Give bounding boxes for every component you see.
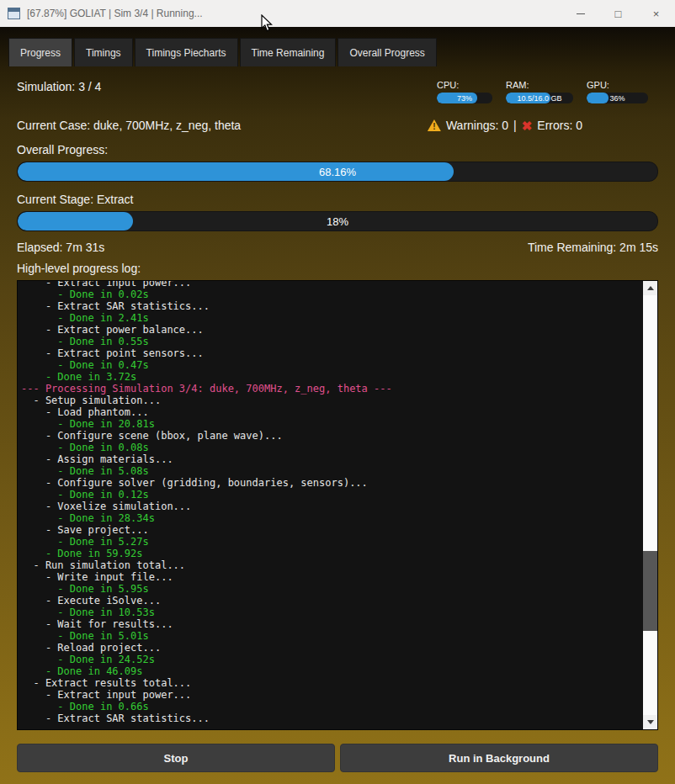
log-line: - Done in 5.01s	[21, 630, 643, 642]
tab-progress[interactable]: Progress	[8, 38, 72, 66]
warning-icon	[428, 119, 441, 131]
log-line: - Run simulation total...	[21, 559, 643, 571]
log-line: - Execute iSolve...	[21, 595, 643, 607]
action-buttons: Stop Run in Background	[17, 744, 658, 772]
stage-progress-bar: 18%	[17, 211, 658, 231]
stop-button[interactable]: Stop	[17, 744, 335, 772]
tab-overall-progress[interactable]: Overall Progress	[338, 38, 436, 66]
log-line: - Extract input power...	[21, 689, 643, 701]
log-line: - Done in 28.34s	[21, 512, 643, 524]
log-line: - Done in 0.55s	[21, 336, 643, 347]
tab-time-remaining[interactable]: Time Remaining	[240, 38, 337, 66]
maximize-icon: □	[615, 8, 622, 19]
status-row: Simulation: 3 / 4 CPU: 73% RAM: 10.5/	[17, 80, 658, 103]
ram-value: 10.5/16.0 GB	[506, 93, 573, 103]
error-icon: ✖	[522, 119, 533, 132]
gpu-value: 36%	[587, 93, 648, 103]
current-case: Current Case: duke, 700MHz, z_neg, theta	[17, 119, 241, 132]
window-title: [67.87%] GOLIAT | Sim 3/4 | Running...	[27, 8, 203, 19]
minimize-button[interactable]	[561, 0, 599, 27]
scroll-down-button[interactable]	[643, 715, 657, 729]
log-line: - Extract input power...	[21, 281, 643, 289]
ram-label: RAM:	[506, 80, 573, 90]
log-line: - Done in 0.02s	[21, 289, 643, 300]
maximize-button[interactable]: □	[599, 0, 637, 27]
log-line: - Done in 0.47s	[21, 359, 643, 371]
log-label: High-level progress log:	[17, 262, 658, 275]
cpu-bar: 73%	[437, 93, 492, 103]
minimize-icon	[577, 13, 585, 14]
log-line: - Extract SAR statistics...	[21, 712, 643, 724]
tab-timings-piecharts[interactable]: Timings Piecharts	[135, 38, 238, 66]
scroll-down-icon	[647, 720, 654, 724]
ram-meter: RAM: 10.5/16.0 GB	[506, 80, 573, 103]
times-row: Elapsed: 7m 31s Time Remaining: 2m 15s	[17, 241, 658, 254]
log-line: - Done in 3.72s	[21, 371, 643, 383]
log-line: - Extract point sensors...	[21, 347, 643, 359]
cpu-label: CPU:	[437, 80, 492, 90]
log-line: - Done in 0.66s	[21, 701, 643, 712]
log-lines: - Extract input power... - Done in 0.02s…	[21, 281, 643, 724]
current-stage-label: Current Stage: Extract	[17, 193, 658, 206]
log-line: - Voxelize simulation...	[21, 501, 643, 512]
overall-progress-value: 68.16%	[18, 162, 657, 181]
log-line: - Wait for results...	[21, 618, 643, 630]
tab-bar: ProgressTimingsTimings PiechartsTime Rem…	[0, 27, 675, 66]
log-line: - Done in 5.08s	[21, 465, 643, 477]
cpu-value: 73%	[437, 93, 492, 103]
close-button[interactable]: ×	[637, 0, 675, 27]
alerts: Warnings: 0 | ✖ Errors: 0	[428, 119, 658, 132]
log-line: - Extract power balance...	[21, 324, 643, 336]
elapsed-time: Elapsed: 7m 31s	[17, 241, 104, 254]
log-line: --- Processing Simulation 3/4: duke, 700…	[21, 383, 643, 395]
simulation-counter: Simulation: 3 / 4	[17, 80, 101, 93]
stage-progress-value: 18%	[18, 212, 657, 230]
overall-progress-bar: 68.16%	[17, 162, 658, 182]
warnings-count: Warnings: 0	[446, 119, 508, 132]
resource-meters: CPU: 73% RAM: 10.5/16.0 GB	[437, 80, 658, 103]
errors-count: Errors: 0	[537, 119, 582, 132]
log-line: - Load phantom...	[21, 406, 643, 418]
log-line: - Done in 20.81s	[21, 418, 643, 430]
log-line: - Done in 46.09s	[21, 665, 643, 677]
tab-timings[interactable]: Timings	[74, 38, 133, 66]
ram-bar: 10.5/16.0 GB	[506, 93, 573, 103]
log-line: - Done in 5.27s	[21, 536, 643, 548]
log-scrollbar[interactable]	[643, 281, 657, 729]
close-icon: ×	[653, 8, 660, 20]
log-line: - Done in 10.53s	[21, 607, 643, 618]
gpu-bar: 36%	[587, 93, 648, 103]
log-line: - Save project...	[21, 524, 643, 536]
titlebar[interactable]: [67.87%] GOLIAT | Sim 3/4 | Running... □…	[0, 0, 675, 27]
cpu-meter: CPU: 73%	[437, 80, 492, 103]
scroll-up-icon	[647, 286, 654, 290]
scrollbar-thumb[interactable]	[643, 551, 657, 631]
scrollbar-track[interactable]	[643, 295, 657, 715]
alerts-divider: |	[513, 119, 517, 132]
log-line: - Configure solver (gridding, boundaries…	[21, 477, 643, 489]
overall-progress-label: Overall Progress:	[17, 143, 658, 156]
log-line: - Extract results total...	[21, 677, 643, 689]
log-line: - Reload project...	[21, 642, 643, 654]
window-controls: □ ×	[561, 0, 675, 27]
log-line: - Done in 5.95s	[21, 583, 643, 595]
log-line: - Done in 2.41s	[21, 312, 643, 324]
log-line: - Done in 59.92s	[21, 548, 643, 559]
scroll-up-button[interactable]	[643, 281, 657, 295]
run-in-background-button[interactable]: Run in Background	[340, 744, 658, 772]
log-line: - Configure scene (bbox, plane wave)...	[21, 430, 643, 442]
time-remaining: Time Remaining: 2m 15s	[528, 241, 658, 254]
log-line: - Write input file...	[21, 571, 643, 583]
log-line: - Done in 0.08s	[21, 442, 643, 453]
main-area: ProgressTimingsTimings PiechartsTime Rem…	[0, 27, 675, 784]
progress-log[interactable]: - Extract input power... - Done in 0.02s…	[17, 280, 658, 730]
log-line: - Done in 24.52s	[21, 654, 643, 665]
gpu-meter: GPU: 36%	[587, 80, 648, 103]
log-line: - Extract SAR statistics...	[21, 300, 643, 312]
case-row: Current Case: duke, 700MHz, z_neg, theta…	[17, 119, 658, 132]
log-line: - Assign materials...	[21, 453, 643, 465]
progress-tab-content: Simulation: 3 / 4 CPU: 73% RAM: 10.5/	[0, 66, 675, 784]
log-line: - Done in 0.12s	[21, 489, 643, 501]
app-icon	[8, 8, 20, 19]
log-line: - Setup simulation...	[21, 395, 643, 406]
